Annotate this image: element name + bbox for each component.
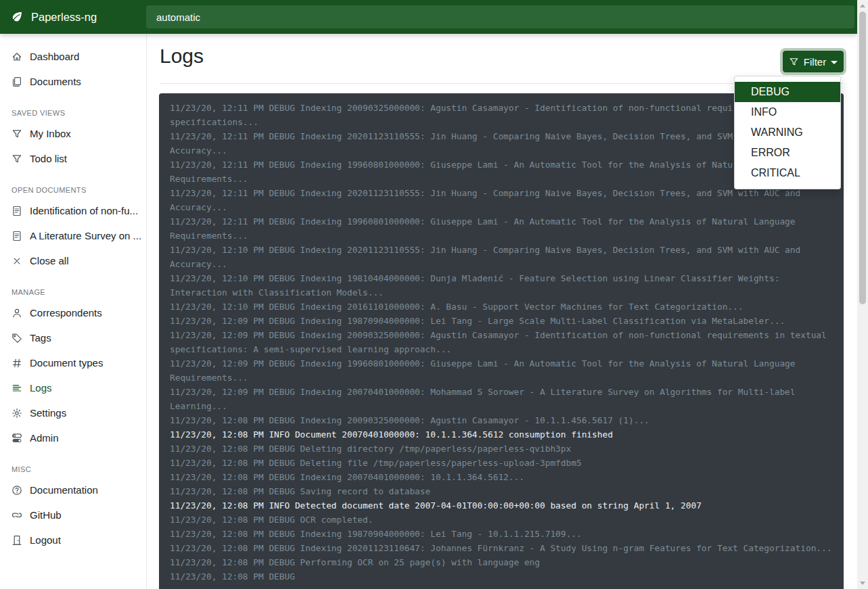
- file-text-icon: [12, 206, 22, 216]
- log-line: 11/23/20, 12:09 PM DEBUG Indexing 198709…: [170, 314, 833, 328]
- sidebar-item-label: Correspondents: [30, 307, 102, 319]
- chevron-down-icon: [831, 61, 838, 64]
- app-header: Paperless-ng: [0, 0, 857, 34]
- leaf-icon: [10, 10, 24, 24]
- filter-option-info[interactable]: INFO: [735, 102, 840, 122]
- files-icon: [12, 76, 22, 87]
- log-line: 11/23/20, 12:11 PM DEBUG Indexing 199608…: [170, 158, 833, 186]
- question-circle-icon: [12, 485, 22, 496]
- log-line: 11/23/20, 12:08 PM DEBUG OCR completed.: [170, 513, 833, 527]
- sidebar-item-label: GitHub: [30, 509, 62, 521]
- filter-dropdown: DEBUGINFOWARNINGERRORCRITICAL: [734, 76, 841, 189]
- log-line: 11/23/20, 12:11 PM DEBUG Indexing 202011…: [170, 129, 833, 158]
- sidebar-item-label: Tags: [30, 332, 51, 344]
- log-line: 11/23/20, 12:08 PM DEBUG Performing OCR …: [170, 555, 833, 569]
- sidebar-item-dashboard[interactable]: Dashboard: [0, 44, 146, 69]
- sidebar-item-documentation[interactable]: Documentation: [0, 477, 146, 502]
- sidebar-item-label: Documents: [30, 76, 81, 87]
- sidebar-section-header-misc: MISC: [0, 461, 146, 477]
- sidebar-item-label: Document types: [30, 357, 103, 369]
- log-line: 11/23/20, 12:09 PM DEBUG Indexing 199608…: [170, 356, 833, 385]
- sidebar-item-github[interactable]: GitHub: [0, 502, 146, 527]
- sidebar-item-label: Dashboard: [30, 51, 79, 62]
- log-line: 11/23/20, 12:08 PM DEBUG Indexing 200704…: [170, 470, 833, 484]
- log-line: 11/23/20, 12:10 PM DEBUG Indexing 198104…: [170, 271, 833, 300]
- sidebar-item-document-types[interactable]: Document types: [0, 350, 146, 375]
- filter-button-label: Filter: [804, 56, 826, 68]
- log-line: 11/23/20, 12:08 PM DEBUG Indexing 198709…: [170, 527, 833, 541]
- tag-icon: [12, 333, 22, 344]
- log-line: 11/23/20, 12:09 PM DEBUG Indexing 200704…: [170, 385, 833, 413]
- log-line: 11/23/20, 12:08 PM DEBUG Deleting direct…: [170, 442, 833, 456]
- file-text-icon: [12, 231, 22, 241]
- log-line: 11/23/20, 12:08 PM DEBUG Indexing 202011…: [170, 541, 833, 555]
- filter-button[interactable]: Filter: [783, 51, 844, 72]
- house-icon: [12, 51, 22, 62]
- sidebar-item-todo-list[interactable]: Todo list: [0, 146, 146, 171]
- log-line: 11/23/20, 12:08 PM DEBUG: [170, 569, 833, 584]
- sidebar-item-settings[interactable]: Settings: [0, 400, 146, 425]
- sidebar-item-a-literature-survey-on[interactable]: A Literature Survey on ...: [0, 223, 146, 248]
- log-line: 11/23/20, 12:10 PM DEBUG Indexing 202011…: [170, 243, 833, 271]
- sidebar-item-admin[interactable]: Admin: [0, 425, 146, 450]
- scrollbar[interactable]: [857, 0, 868, 589]
- scrollbar-up-arrow[interactable]: [860, 4, 865, 7]
- sidebar-item-close-all[interactable]: Close all: [0, 248, 146, 273]
- sidebar-item-label: Logs: [30, 382, 52, 394]
- sidebar-section-header-open-documents: OPEN DOCUMENTS: [0, 182, 146, 198]
- log-line: 11/23/20, 12:08 PM DEBUG Saving record t…: [170, 484, 833, 498]
- sidebar-item-label: Todo list: [30, 153, 67, 164]
- sidebar-section-header-manage: MANAGE: [0, 284, 146, 300]
- person-icon: [12, 308, 22, 319]
- scrollbar-down-arrow[interactable]: [860, 582, 865, 585]
- funnel-icon: [12, 154, 22, 164]
- toggles-icon: [12, 433, 22, 444]
- sidebar-item-tags[interactable]: Tags: [0, 325, 146, 350]
- list-icon: [12, 383, 22, 394]
- link-icon: [12, 510, 22, 521]
- filter-option-warning[interactable]: WARNING: [735, 122, 840, 143]
- sidebar-item-label: Admin: [30, 432, 59, 444]
- log-line: 11/23/20, 12:08 PM DEBUG Indexing 200903…: [170, 413, 833, 427]
- log-line: 11/23/20, 12:10 PM DEBUG Indexing 201611…: [170, 300, 833, 314]
- log-line: 11/23/20, 12:08 PM DEBUG Deleting file /…: [170, 456, 833, 470]
- filter-option-error[interactable]: ERROR: [735, 143, 840, 163]
- sidebar-item-label: Documentation: [30, 484, 98, 496]
- page-title: Logs: [160, 45, 204, 68]
- log-line: 11/23/20, 12:08 PM INFO Document 2007040…: [170, 427, 833, 442]
- door-icon: [12, 535, 22, 546]
- filter-option-critical[interactable]: CRITICAL: [735, 163, 840, 183]
- sidebar-item-label: A Literature Survey on ...: [30, 230, 141, 241]
- funnel-icon: [12, 128, 22, 139]
- gear-icon: [12, 408, 22, 419]
- filter-option-debug[interactable]: DEBUG: [735, 82, 840, 102]
- hash-icon: [12, 358, 22, 369]
- sidebar-item-logout[interactable]: Logout: [0, 527, 146, 552]
- scrollbar-thumb[interactable]: [859, 11, 866, 304]
- sidebar-item-logs[interactable]: Logs: [0, 375, 146, 400]
- sidebar-item-label: Close all: [30, 255, 69, 266]
- funnel-icon: [789, 57, 799, 67]
- brand-name: Paperless-ng: [31, 11, 97, 24]
- sidebar-item-my-inbox[interactable]: My Inbox: [0, 121, 146, 146]
- log-line: 11/23/20, 12:09 PM DEBUG Indexing 200903…: [170, 328, 833, 356]
- sidebar-item-label: Logout: [30, 534, 61, 546]
- x-icon: [12, 256, 22, 266]
- sidebar-item-label: Identification of non-fu...: [30, 205, 138, 216]
- sidebar: DashboardDocumentsSAVED VIEWSMy InboxTod…: [0, 34, 147, 589]
- sidebar-item-documents[interactable]: Documents: [0, 69, 146, 94]
- sidebar-item-label: Settings: [30, 407, 66, 419]
- log-line: 11/23/20, 12:11 PM DEBUG Indexing 202011…: [170, 186, 833, 214]
- sidebar-item-identification-of-non-fu[interactable]: Identification of non-fu...: [0, 198, 146, 223]
- sidebar-item-label: My Inbox: [30, 128, 71, 139]
- log-line: 11/23/20, 12:11 PM DEBUG Indexing 200903…: [170, 101, 833, 129]
- search-input[interactable]: [146, 5, 854, 28]
- log-line: 11/23/20, 12:11 PM DEBUG Indexing 199608…: [170, 214, 833, 243]
- brand[interactable]: Paperless-ng: [0, 10, 146, 24]
- sidebar-item-correspondents[interactable]: Correspondents: [0, 300, 146, 325]
- sidebar-section-header-saved-views: SAVED VIEWS: [0, 105, 146, 121]
- log-line: 11/23/20, 12:08 PM INFO Detected documen…: [170, 498, 833, 513]
